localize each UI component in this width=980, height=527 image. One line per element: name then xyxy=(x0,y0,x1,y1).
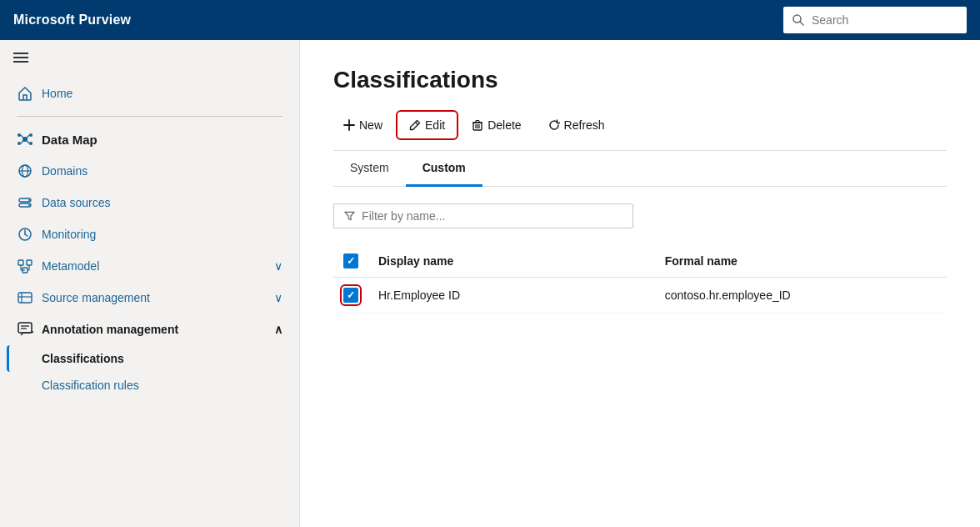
sidebar-item-data-sources[interactable]: Data sources xyxy=(7,187,292,218)
home-icon xyxy=(17,85,33,102)
select-all-header[interactable]: ✓ xyxy=(333,245,368,278)
table-header-row: ✓ Display name Formal name xyxy=(333,245,947,278)
delete-button[interactable]: Delete xyxy=(462,113,531,137)
metamodel-icon xyxy=(17,258,33,274)
svg-point-8 xyxy=(18,142,21,145)
sidebar: Home Data Map xyxy=(0,40,300,527)
tab-custom-label: Custom xyxy=(422,161,466,174)
domains-icon xyxy=(17,163,33,179)
sidebar-item-data-sources-label: Data sources xyxy=(42,196,110,209)
sidebar-item-domains-label: Domains xyxy=(42,164,88,178)
svg-point-20 xyxy=(28,204,30,206)
refresh-button[interactable]: Refresh xyxy=(538,113,615,137)
data-sources-icon xyxy=(17,194,33,211)
sidebar-item-data-map-label: Data Map xyxy=(42,133,98,147)
tab-custom[interactable]: Custom xyxy=(406,151,482,187)
content-area: Classifications New Edit xyxy=(300,40,980,527)
svg-line-37 xyxy=(416,123,418,125)
search-input[interactable] xyxy=(812,13,958,27)
annotation-management-chevron: ∧ xyxy=(274,323,282,336)
sidebar-item-classifications[interactable]: Classifications xyxy=(7,345,292,372)
edit-label: Edit xyxy=(425,118,445,132)
sidebar-item-monitoring-label: Monitoring xyxy=(42,228,96,241)
delete-icon xyxy=(472,119,483,131)
svg-line-12 xyxy=(21,141,23,144)
row-checkmark-icon: ✓ xyxy=(347,289,355,301)
nav-divider-1 xyxy=(17,116,282,117)
svg-line-11 xyxy=(27,135,29,138)
row-checkbox[interactable]: ✓ xyxy=(343,288,358,303)
svg-rect-22 xyxy=(18,260,23,265)
row-formal-name: contoso.hr.employee_ID xyxy=(655,278,947,314)
sidebar-item-classification-rules-label: Classification rules xyxy=(42,379,139,392)
row-checkbox-cell[interactable]: ✓ xyxy=(333,278,368,314)
svg-line-1 xyxy=(800,22,803,25)
filter-input[interactable] xyxy=(362,209,622,223)
new-label: New xyxy=(359,118,382,132)
filter-bar[interactable] xyxy=(333,203,633,228)
svg-rect-32 xyxy=(18,323,32,333)
tabs: System Custom xyxy=(333,151,947,187)
sidebar-item-home[interactable]: Home xyxy=(7,78,292,109)
svg-point-9 xyxy=(29,142,32,145)
main-layout: Home Data Map xyxy=(0,40,980,527)
sidebar-item-metamodel-label: Metamodel xyxy=(42,259,99,273)
sidebar-item-monitoring[interactable]: Monitoring xyxy=(7,218,292,250)
row-display-name: Hr.Employee ID xyxy=(368,278,655,314)
metamodel-chevron: ∨ xyxy=(274,259,282,273)
svg-rect-29 xyxy=(18,293,32,303)
page-title: Classifications xyxy=(333,67,947,93)
topbar: Microsoft Purview xyxy=(0,0,980,40)
svg-point-6 xyxy=(18,133,21,137)
search-box[interactable] xyxy=(783,7,967,33)
sidebar-item-classifications-label: Classifications xyxy=(42,352,124,365)
toolbar: New Edit Delete xyxy=(333,113,947,151)
search-icon xyxy=(792,13,805,27)
tab-system[interactable]: System xyxy=(333,151,406,187)
sidebar-item-source-management-label: Source management xyxy=(42,291,150,304)
plus-icon xyxy=(343,119,355,131)
sidebar-item-source-management[interactable]: Source management ∨ xyxy=(7,282,292,314)
select-all-checkbox[interactable]: ✓ xyxy=(343,253,358,269)
svg-point-7 xyxy=(29,133,32,137)
table-row[interactable]: ✓ Hr.Employee ID contoso.hr.employee_ID xyxy=(333,278,947,314)
tab-system-label: System xyxy=(350,161,389,174)
new-button[interactable]: New xyxy=(333,113,392,137)
col-formal-name-header: Formal name xyxy=(655,245,947,278)
classifications-table: ✓ Display name Formal name ✓ xyxy=(333,245,947,314)
app-title: Microsoft Purview xyxy=(13,13,131,28)
svg-line-10 xyxy=(21,135,23,138)
annotation-icon xyxy=(17,321,33,338)
sidebar-item-classification-rules[interactable]: Classification rules xyxy=(7,372,292,399)
sidebar-item-domains[interactable]: Domains xyxy=(7,155,292,187)
sidebar-item-metamodel[interactable]: Metamodel ∨ xyxy=(7,250,292,282)
checkmark-icon: ✓ xyxy=(347,255,355,267)
sidebar-item-annotation-label: Annotation management xyxy=(42,323,178,336)
sidebar-item-data-map[interactable]: Data Map xyxy=(7,123,292,155)
svg-rect-23 xyxy=(27,260,32,265)
monitoring-icon xyxy=(17,226,33,243)
delete-label: Delete xyxy=(488,118,521,132)
source-management-chevron: ∨ xyxy=(274,291,282,304)
data-map-icon xyxy=(17,131,33,148)
filter-icon xyxy=(344,210,355,222)
hamburger-icon[interactable] xyxy=(0,40,299,78)
source-mgmt-icon xyxy=(17,289,33,306)
refresh-icon xyxy=(548,119,560,131)
svg-point-19 xyxy=(28,199,30,201)
sidebar-nav: Home Data Map xyxy=(0,78,299,399)
sidebar-item-annotation-management[interactable]: Annotation management ∧ xyxy=(7,314,292,345)
sidebar-item-home-label: Home xyxy=(42,87,72,100)
svg-line-13 xyxy=(27,141,29,144)
edit-button[interactable]: Edit xyxy=(399,113,455,137)
col-display-name-header: Display name xyxy=(368,245,655,278)
edit-icon xyxy=(409,119,421,131)
refresh-label: Refresh xyxy=(564,118,605,132)
